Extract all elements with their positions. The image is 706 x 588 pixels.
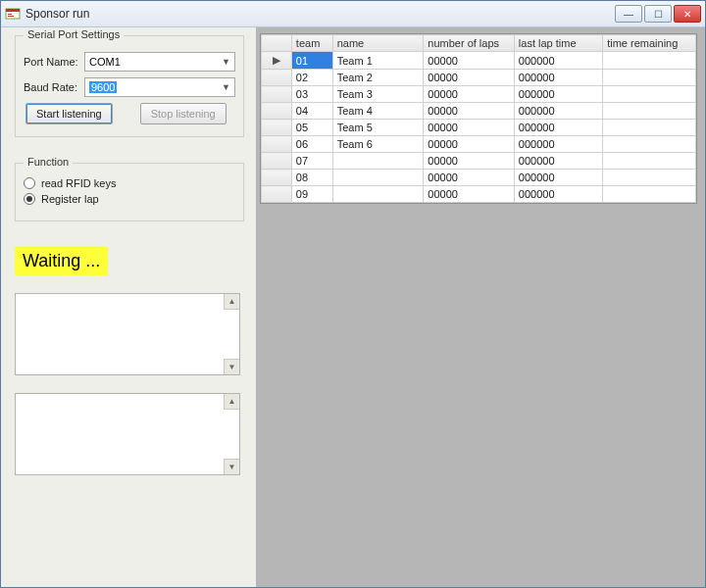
cell-last[interactable]: 000000 [514,170,602,186]
cell-remain[interactable] [603,120,696,136]
cell-name[interactable]: Team 4 [332,103,424,120]
app-window: Sponsor run — ☐ ✕ Serial Port Settings P… [0,0,706,588]
log-listbox-2[interactable]: ▲ ▼ [15,393,240,475]
cell-team[interactable]: 07 [291,153,332,170]
scroll-down-icon[interactable]: ▼ [224,359,239,374]
maximize-button[interactable]: ☐ [644,5,672,23]
cell-last[interactable]: 000000 [514,120,602,136]
port-name-label: Port Name: [24,56,84,68]
left-panel: Serial Port Settings Port Name: COM1 ▼ B… [1,27,256,587]
cell-last[interactable]: 000000 [514,186,602,203]
row-header[interactable]: ▶ [262,52,292,70]
cell-team[interactable]: 03 [291,86,332,103]
serial-port-group: Serial Port Settings Port Name: COM1 ▼ B… [15,35,244,137]
cell-team[interactable]: 08 [291,170,332,186]
row-header[interactable] [262,136,292,153]
minimize-button[interactable]: — [615,5,642,23]
scroll-up-icon[interactable]: ▲ [224,394,239,410]
cell-laps[interactable]: 00000 [424,120,515,136]
cell-team[interactable]: 06 [291,136,332,153]
cell-laps[interactable]: 00000 [424,70,515,86]
cell-name[interactable] [332,170,424,186]
cell-name[interactable]: Team 3 [332,86,424,103]
row-header[interactable] [262,170,292,186]
radio-read-rfid-label: read RFID keys [41,177,116,189]
table-row[interactable]: 0700000000000 [262,153,696,170]
log-listbox-1[interactable]: ▲ ▼ [15,293,240,375]
table-row[interactable]: 0900000000000 [262,186,696,203]
port-name-value: COM1 [89,56,121,68]
cell-remain[interactable] [603,186,696,203]
client-area: Serial Port Settings Port Name: COM1 ▼ B… [1,27,705,587]
svg-rect-3 [8,16,14,17]
titlebar[interactable]: Sponsor run — ☐ ✕ [1,1,705,27]
cell-remain[interactable] [603,103,696,120]
port-name-combo[interactable]: COM1 ▼ [84,52,235,72]
scroll-up-icon[interactable]: ▲ [224,294,239,310]
cell-remain[interactable] [603,170,696,186]
row-header[interactable] [262,153,292,170]
table-row[interactable]: 03Team 300000000000 [262,86,696,103]
cell-last[interactable]: 000000 [514,103,602,120]
cell-remain[interactable] [603,136,696,153]
col-team[interactable]: team [291,35,332,52]
row-header[interactable] [262,70,292,86]
row-header[interactable] [262,120,292,136]
table-row[interactable]: 06Team 600000000000 [262,136,696,153]
cell-laps[interactable]: 00000 [424,153,515,170]
col-last[interactable]: last lap time [514,35,602,52]
cell-team[interactable]: 02 [291,70,332,86]
cell-last[interactable]: 000000 [514,86,602,103]
cell-team[interactable]: 04 [291,103,332,120]
radio-register-lap[interactable]: Register lap [24,193,235,205]
cell-team[interactable]: 05 [291,120,332,136]
cell-name[interactable]: Team 1 [332,52,424,70]
stop-listening-button: Stop listening [140,103,227,124]
cell-name[interactable] [332,153,424,170]
cell-name[interactable]: Team 6 [332,136,424,153]
cell-team[interactable]: 09 [291,186,332,203]
cell-team[interactable]: 01 [291,52,332,70]
col-name[interactable]: name [332,35,424,52]
radio-icon [24,177,35,189]
table-row[interactable]: 04Team 400000000000 [262,103,696,120]
col-remain[interactable]: time remaining [603,35,696,52]
baud-rate-label: Baud Rate: [24,81,84,93]
cell-name[interactable]: Team 2 [332,70,424,86]
row-header[interactable] [262,86,292,103]
row-header[interactable] [262,103,292,120]
cell-last[interactable]: 000000 [514,153,602,170]
close-button[interactable]: ✕ [674,5,701,23]
table-row[interactable]: 0800000000000 [262,170,696,186]
corner-cell [262,35,292,52]
row-header[interactable] [262,186,292,203]
table-row[interactable]: 05Team 500000000000 [262,120,696,136]
function-group-title: Function [24,156,73,168]
cell-name[interactable]: Team 5 [332,120,424,136]
baud-rate-combo[interactable]: 9600 ▼ [84,77,235,97]
cell-remain[interactable] [603,86,696,103]
cell-remain[interactable] [603,70,696,86]
radio-read-rfid[interactable]: read RFID keys [24,177,235,189]
teams-grid[interactable]: team name number of laps last lap time t… [260,33,697,204]
function-group: Function read RFID keys Register lap [15,163,244,221]
cell-remain[interactable] [603,153,696,170]
cell-name[interactable] [332,186,424,203]
col-laps[interactable]: number of laps [424,35,515,52]
cell-laps[interactable]: 00000 [424,186,515,203]
cell-laps[interactable]: 00000 [424,136,515,153]
baud-rate-value: 9600 [89,81,117,93]
cell-laps[interactable]: 00000 [424,52,515,70]
cell-laps[interactable]: 00000 [424,170,515,186]
cell-last[interactable]: 000000 [514,70,602,86]
cell-remain[interactable] [603,52,696,70]
table-row[interactable]: ▶01Team 100000000000 [262,52,696,70]
cell-last[interactable]: 000000 [514,52,602,70]
cell-laps[interactable]: 00000 [424,103,515,120]
cell-last[interactable]: 000000 [514,136,602,153]
cell-laps[interactable]: 00000 [424,86,515,103]
start-listening-button[interactable]: Start listening [25,103,113,124]
table-header-row: team name number of laps last lap time t… [262,35,696,52]
scroll-down-icon[interactable]: ▼ [224,459,239,474]
table-row[interactable]: 02Team 200000000000 [262,70,696,86]
